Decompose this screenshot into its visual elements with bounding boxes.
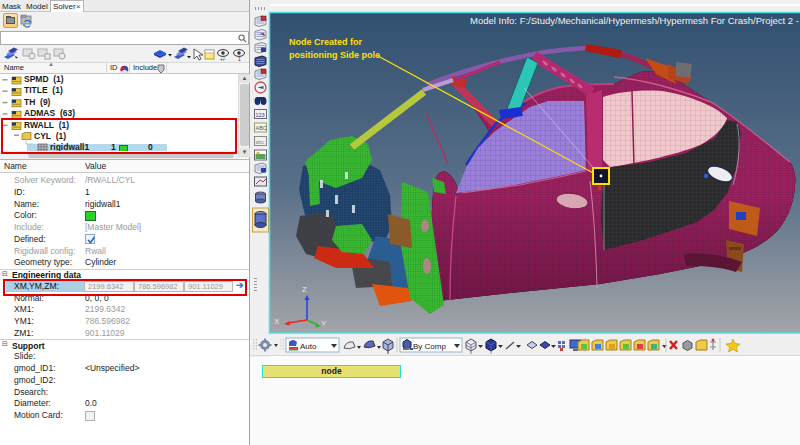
svg-text:Z: Z (302, 285, 307, 294)
svg-text:By Comp: By Comp (413, 342, 446, 351)
svg-text:Node Created for: Node Created for (289, 37, 363, 47)
svg-text:positioning Side pole: positioning Side pole (289, 50, 380, 60)
svg-text:Model Info: F:/Study/Mechanica: Model Info: F:/Study/Mechanical/Hypermes… (470, 15, 800, 26)
svg-text:Y: Y (321, 319, 327, 328)
svg-text:X: X (274, 317, 280, 326)
svg-text:Auto: Auto (300, 342, 317, 351)
